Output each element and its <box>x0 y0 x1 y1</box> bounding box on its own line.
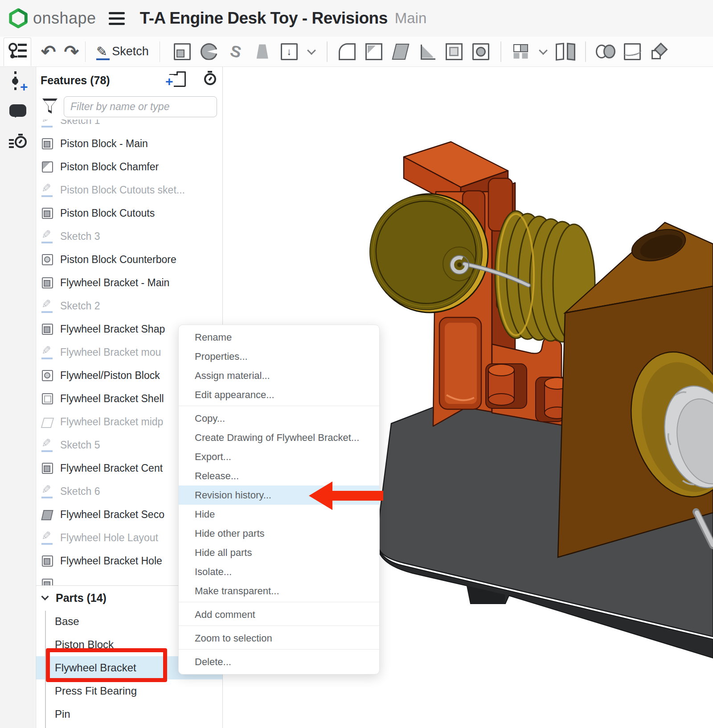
features-title: Features (78) <box>41 74 169 87</box>
context-menu-item[interactable]: Zoom to selection <box>179 629 379 650</box>
context-menu-item[interactable]: Edit appearance... <box>179 385 379 406</box>
context-menu-item[interactable]: Properties... <box>179 347 379 366</box>
sweep-icon[interactable] <box>226 42 246 62</box>
draft-icon[interactable] <box>391 42 410 62</box>
left-rail: + <box>0 67 35 728</box>
transform-icon[interactable] <box>649 42 669 62</box>
boolean-icon[interactable] <box>596 42 615 62</box>
undo-button[interactable]: ↶ <box>41 43 56 61</box>
onshape-app: onshape T-A Engine Desk Toy - Revisions … <box>0 0 713 728</box>
feature-type-icon <box>41 578 53 586</box>
loft-icon[interactable] <box>253 42 272 62</box>
redo-button[interactable]: ↷ <box>64 43 79 61</box>
feature-type-icon <box>41 485 53 498</box>
feature-row[interactable]: Sketch 2 <box>36 294 222 317</box>
feature-type-icon <box>41 230 53 243</box>
feature-type-icon <box>41 161 53 173</box>
feature-label: Piston Block Chamfer <box>60 161 159 173</box>
context-menu-item[interactable]: Make transparent... <box>179 581 379 602</box>
chevron-down-icon[interactable] <box>538 42 549 62</box>
feature-label: Flywheel Bracket - Main <box>60 277 169 289</box>
pencil-icon: ✎ <box>96 44 107 59</box>
context-menu-item[interactable]: Create Drawing of Flywheel Bracket... <box>179 428 379 447</box>
thicken-icon[interactable] <box>279 42 299 62</box>
context-menu-item[interactable]: Add comment <box>179 605 379 626</box>
logo-wordmark: onshape <box>33 9 96 28</box>
context-menu-item[interactable]: Hide <box>179 505 379 524</box>
feature-row[interactable]: Piston Block Cutouts <box>36 202 222 225</box>
feature-label: Flywheel/Piston Block <box>60 370 160 382</box>
context-menu-item[interactable]: Export... <box>179 447 379 466</box>
feature-row[interactable]: Piston Block Chamfer <box>36 155 222 178</box>
feature-type-icon <box>41 119 53 127</box>
extrude-icon[interactable] <box>172 42 192 62</box>
comments-button[interactable] <box>0 97 35 128</box>
context-menu-item[interactable]: Assign material... <box>179 366 379 385</box>
split-icon[interactable] <box>623 42 642 62</box>
filter-icon[interactable] <box>42 99 57 115</box>
part-label: Pin <box>55 708 70 720</box>
feature-label: Flywheel Hole Layout <box>60 532 158 544</box>
context-menu-item[interactable]: Hide all parts <box>179 543 379 562</box>
pattern-icon[interactable] <box>511 42 531 62</box>
toolbar-icon-group <box>172 41 669 62</box>
chamfer-icon[interactable] <box>364 42 384 62</box>
context-menu-item[interactable]: Revision history... <box>179 485 379 505</box>
context-menu-item[interactable]: Isolate... <box>179 562 379 581</box>
workspace-name[interactable]: Main <box>395 10 427 27</box>
shell-icon[interactable] <box>444 42 464 62</box>
fillet-icon[interactable] <box>337 42 357 62</box>
history-button[interactable] <box>0 128 35 158</box>
menu-hamburger-icon[interactable] <box>109 12 125 25</box>
feature-label: Flywheel Bracket Shell <box>60 393 164 405</box>
toolbar-divider[interactable] <box>500 41 501 62</box>
filter-input[interactable] <box>64 96 217 117</box>
context-menu-item[interactable]: Delete... <box>179 652 379 671</box>
onshape-logo[interactable]: onshape <box>8 8 96 29</box>
feature-type-icon <box>41 207 53 219</box>
feature-type-icon <box>41 323 53 335</box>
feature-label: Flywheel Bracket Hole <box>60 555 162 567</box>
hole-icon[interactable] <box>471 42 491 62</box>
feature-type-icon <box>41 416 53 428</box>
part-label: Piston Block <box>55 638 114 651</box>
context-menu-item[interactable]: Hide other parts <box>179 524 379 543</box>
toolbar-divider[interactable] <box>327 41 328 62</box>
document-title: T-A Engine Desk Toy - Revisions <box>140 9 388 28</box>
revolve-icon[interactable] <box>199 42 219 62</box>
feature-type-icon <box>41 300 53 312</box>
feature-row[interactable]: Piston Block Counterbore <box>36 248 222 271</box>
context-menu-item[interactable]: Rename <box>179 328 379 347</box>
feature-label: Sketch 1 <box>60 119 100 127</box>
feature-row[interactable]: Sketch 3 <box>36 225 222 248</box>
feature-row[interactable]: Flywheel Bracket - Main <box>36 271 222 294</box>
toolbar-divider <box>160 41 160 62</box>
toolbar-divider[interactable] <box>585 41 586 62</box>
part-label: Flywheel Bracket <box>55 662 136 674</box>
feature-label: Sketch 3 <box>60 230 100 243</box>
feature-tree-tab[interactable] <box>4 37 31 66</box>
feature-type-icon <box>41 138 53 150</box>
chevron-down-icon[interactable] <box>306 42 317 62</box>
mirror-icon[interactable] <box>556 42 575 62</box>
context-menu-item[interactable]: Copy... <box>179 409 379 428</box>
feature-row[interactable]: Sketch 1 <box>36 119 222 132</box>
parts-indent-line <box>45 611 46 728</box>
feature-row[interactable]: Piston Block - Main <box>36 132 222 155</box>
add-folder-icon[interactable]: + <box>169 74 186 87</box>
part-label: Base <box>55 615 79 628</box>
feature-label: Piston Block Counterbore <box>60 254 176 266</box>
part-row[interactable]: Pin <box>36 703 222 726</box>
feature-label: Piston Block Cutouts <box>60 207 155 219</box>
feature-row[interactable]: Piston Block Cutouts sket... <box>36 178 222 202</box>
chevron-down-icon <box>41 593 49 600</box>
comment-icon <box>8 104 27 120</box>
history-stopwatch-icon <box>9 134 27 152</box>
feature-label: Flywheel Bracket Cent <box>60 462 163 474</box>
rib-icon[interactable] <box>418 42 437 62</box>
sketch-button[interactable]: ✎ Sketch <box>92 44 153 59</box>
part-row[interactable]: Press Fit Bearing <box>36 679 222 703</box>
create-version-button[interactable]: + <box>0 67 35 97</box>
rollback-stopwatch-icon[interactable] <box>197 71 216 90</box>
context-menu-item[interactable]: Release... <box>179 466 379 485</box>
